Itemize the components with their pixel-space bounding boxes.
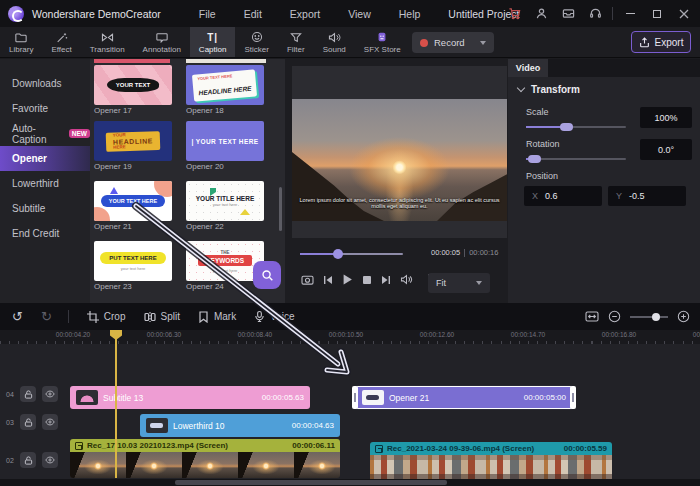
tab-caption[interactable]: T| Caption	[190, 27, 236, 57]
record-button[interactable]: Record	[412, 32, 494, 53]
tab-annotation[interactable]: Annotation	[134, 27, 190, 57]
track-lock-button[interactable]	[20, 452, 36, 468]
sidebar-item-favorite[interactable]: Favorite	[0, 96, 90, 121]
playhead-line[interactable]	[115, 330, 117, 478]
play-button[interactable]	[342, 274, 353, 285]
template-opener-21[interactable]: YOUR TEXT HERE	[94, 181, 172, 221]
screen-clip-icon	[375, 445, 383, 453]
position-y-field[interactable]: Y -0.5	[608, 186, 686, 206]
template-label: Opener 21	[94, 222, 132, 231]
tab-sound[interactable]: Sound	[314, 27, 355, 57]
menu-edit[interactable]: Edit	[230, 8, 276, 20]
template-opener-18[interactable]: YOUR TEXT HEREHEADLINE HERE	[186, 65, 264, 105]
clip-screen-recording-2[interactable]: Rec_2021-03-24 09-39-06.mp4 (Screen) 00:…	[370, 442, 612, 479]
template-opener-22[interactable]: YOUR TITLE HERE your text here	[186, 181, 264, 221]
rotation-slider[interactable]	[526, 155, 626, 163]
scrolled-card-sliver	[94, 59, 170, 63]
scale-value-field[interactable]: 100%	[640, 107, 692, 128]
sidebar-item-opener[interactable]: Opener	[0, 146, 90, 171]
yellow-triangle-icon	[240, 209, 250, 215]
minimize-button[interactable]	[620, 4, 640, 24]
timeline-zoom-slider[interactable]	[630, 312, 668, 322]
clip-screen-recording-1[interactable]: Rec_17.10.03 20210123.mp4 (Screen) 00:00…	[70, 439, 340, 478]
sidebar-item-auto-caption[interactable]: Auto-CaptionNEW	[0, 121, 90, 146]
redo-button[interactable]: ↻	[41, 309, 52, 324]
preview-pane: Lorem ipsum dolor sit amet, consectetur …	[285, 59, 508, 303]
menu-export[interactable]: Export	[276, 8, 334, 20]
account-icon[interactable]	[531, 4, 551, 24]
tab-sfx-store[interactable]: SFX Store	[355, 27, 410, 57]
voice-button[interactable]: Voice	[254, 310, 294, 323]
tab-effect[interactable]: Effect	[42, 27, 80, 57]
clip-lowerthird-10[interactable]: Lowerthird 10 00:00:04.63	[140, 414, 340, 437]
stop-button[interactable]	[362, 275, 372, 285]
transform-section-header[interactable]: Transform	[518, 84, 580, 95]
maximize-button[interactable]	[647, 4, 667, 24]
timeline-hscrollbar	[0, 479, 700, 486]
zoom-out-button[interactable]	[608, 310, 621, 323]
menu-file[interactable]: File	[185, 8, 230, 20]
timeline-ruler[interactable]: 00:00:04.20 00:00:06.30 00:00:08.40 00:0…	[0, 330, 700, 344]
template-opener-23[interactable]: PUT TEXT HERE your text here	[94, 241, 172, 281]
crop-button[interactable]: Crop	[87, 311, 126, 323]
search-button[interactable]	[253, 261, 281, 289]
ruler-timestamp: 00:00:18.90	[693, 331, 700, 338]
menu-help[interactable]: Help	[385, 8, 435, 20]
seek-handle[interactable]	[333, 249, 343, 259]
zoom-in-button[interactable]	[677, 310, 690, 323]
fit-dropdown[interactable]: Fit	[428, 273, 490, 293]
new-badge: NEW	[69, 129, 90, 138]
previous-frame-button[interactable]	[323, 275, 333, 285]
track-visibility-button[interactable]	[42, 414, 58, 430]
template-opener-20[interactable]: | YOUR TEXT HERE	[186, 121, 264, 161]
inbox-icon[interactable]	[558, 4, 578, 24]
current-time: 00:00:05	[431, 248, 460, 257]
scale-slider[interactable]	[526, 123, 626, 131]
track-lock-button[interactable]	[20, 386, 36, 402]
search-icon	[261, 269, 274, 282]
export-button[interactable]: Export	[631, 31, 691, 53]
timeline-zoom-handle[interactable]	[652, 313, 660, 321]
mark-button[interactable]: Mark	[198, 311, 236, 323]
split-button[interactable]: Split	[144, 311, 180, 323]
clip-opener-21-selected[interactable]: Opener 21 00:00:05:00	[355, 386, 573, 409]
tab-sticker[interactable]: Sticker	[235, 27, 277, 57]
cart-icon[interactable]	[504, 4, 524, 24]
track-visibility-button[interactable]	[42, 452, 58, 468]
templates-scrollbar[interactable]	[279, 187, 282, 231]
tab-video-properties[interactable]: Video	[508, 59, 548, 77]
timeline-hscrollbar-thumb[interactable]	[175, 480, 447, 485]
effect-wand-icon	[56, 31, 68, 44]
support-headset-icon[interactable]	[585, 4, 605, 24]
clip-thumbnail	[76, 390, 98, 405]
close-button[interactable]	[674, 4, 694, 24]
tab-transition[interactable]: Transition	[81, 27, 134, 57]
undo-button[interactable]: ↺	[12, 309, 23, 324]
sidebar-item-end-credit[interactable]: End Credit	[0, 221, 90, 246]
triangle-logo-icon	[110, 187, 118, 194]
sidebar-item-subtitle[interactable]: Subtitle	[0, 196, 90, 221]
template-opener-17[interactable]: YOUR TEXT	[94, 65, 172, 105]
tab-filter[interactable]: Filter	[278, 27, 314, 57]
seek-slider[interactable]	[300, 249, 403, 259]
position-label: Position	[526, 171, 558, 181]
tab-library[interactable]: Library	[0, 27, 42, 57]
track-visibility-button[interactable]	[42, 386, 58, 402]
next-frame-button[interactable]	[381, 275, 391, 285]
menu-view[interactable]: View	[334, 8, 385, 20]
clip-trim-handle-right[interactable]	[570, 386, 576, 409]
clip-trim-handle-left[interactable]	[352, 386, 358, 409]
track-lock-button[interactable]	[20, 414, 36, 430]
sidebar-item-lowerthird[interactable]: Lowerthird	[0, 171, 90, 196]
video-frame[interactable]: Lorem ipsum dolor sit amet, consectetur …	[292, 99, 507, 221]
template-opener-19[interactable]: YOURHEADLINEHERE	[94, 121, 172, 161]
snapshot-button[interactable]	[301, 274, 314, 285]
scale-slider-handle[interactable]	[560, 123, 573, 131]
fit-timeline-button[interactable]	[585, 311, 599, 322]
volume-button[interactable]	[400, 274, 413, 285]
sidebar-item-downloads[interactable]: Downloads	[0, 71, 90, 96]
rotation-slider-handle[interactable]	[528, 155, 541, 163]
clip-subtitle-13[interactable]: Subtitle 13 00:00:05.63	[70, 386, 310, 409]
position-x-field[interactable]: X 0.6	[524, 186, 602, 206]
rotation-value-field[interactable]: 0.0°	[640, 139, 692, 160]
